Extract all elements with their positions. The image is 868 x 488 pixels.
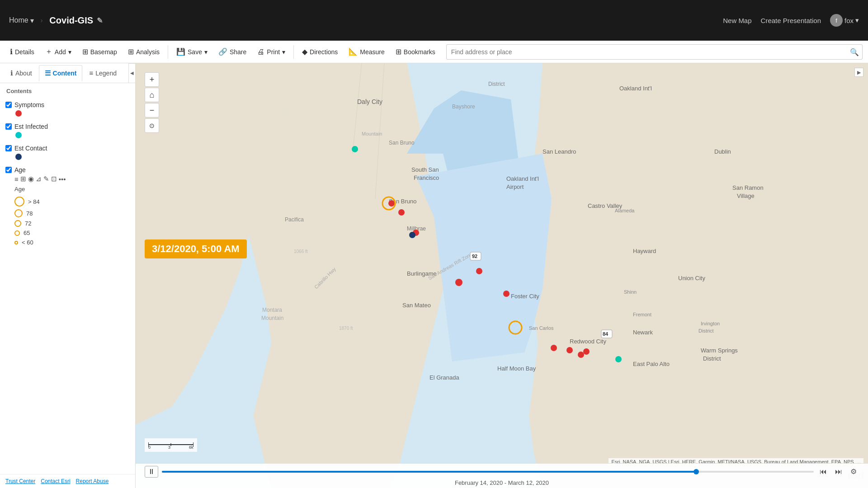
est-contact-checkbox[interactable] [5,145,12,151]
save-chevron: ▾ [204,48,208,56]
est-contact-label[interactable]: Est Contact [14,145,47,152]
map-collapse-right-button[interactable]: ▶ [854,68,863,77]
svg-text:El Granada: El Granada [429,374,460,381]
symptoms-checkbox[interactable] [5,102,12,108]
age-tool-chart-icon[interactable]: ◉ [28,175,34,183]
est-infected-checkbox[interactable] [5,123,12,130]
svg-text:Francisco: Francisco [414,174,439,181]
tab-content[interactable]: ☰ Content [39,65,83,81]
share-button[interactable]: 🔗 Share [214,45,251,58]
contact-dot [15,154,22,160]
svg-point-53 [476,268,482,274]
zoom-in-button[interactable]: + [145,72,159,87]
share-icon: 🔗 [218,47,227,56]
svg-text:District: District [703,355,721,362]
scale-bar: 0 3 6km [145,438,197,452]
age-legend-item-65: 65 [14,228,130,238]
timeline-handle[interactable] [693,469,699,474]
zoom-out-button[interactable]: − [145,103,159,117]
svg-text:92: 92 [472,253,477,259]
measure-button[interactable]: 📐 Measure [344,45,389,58]
add-button[interactable]: ＋ Add ▾ [41,45,76,59]
user-menu[interactable]: f fox ▾ [830,14,859,27]
create-presentation-button[interactable]: Create Presentation [761,17,821,24]
home-label: Home [9,16,28,24]
svg-text:0: 0 [148,445,151,449]
tab-legend[interactable]: ≡ Legend [83,65,122,81]
est-infected-label[interactable]: Est Infected [14,123,48,130]
analysis-icon: ⊞ [128,47,134,56]
svg-point-60 [615,356,622,362]
bookmarks-button[interactable]: ⊞ Bookmarks [391,45,440,58]
contact-esri-link[interactable]: Contact Esri [41,478,70,484]
svg-text:Pacifica: Pacifica [285,216,304,223]
report-abuse-link[interactable]: Report Abuse [76,478,109,484]
analysis-button[interactable]: ⊞ Analysis [123,45,164,58]
timeline-prev-button[interactable]: ⏮ [817,467,829,477]
age-circle-72 [14,220,21,227]
age-tool-filter-icon[interactable]: ⊿ [36,175,42,183]
age-checkbox[interactable] [5,167,12,173]
svg-point-56 [566,347,573,353]
tab-about[interactable]: ℹ About [5,65,38,81]
panel-collapse-button[interactable]: ◀ [128,63,136,83]
svg-text:Alameda: Alameda [615,208,635,213]
new-map-button[interactable]: New Map [723,17,751,24]
home-button[interactable]: ⌂ [145,88,159,102]
age-tools: ≡ ⊞ ◉ ⊿ ✎ ⊡ ••• [5,174,130,184]
svg-text:Hayward: Hayward [633,248,656,254]
svg-text:Union City: Union City [678,275,705,282]
age-tool-table-icon[interactable]: ⊡ [51,175,57,183]
edit-icon[interactable]: ✎ [97,16,103,25]
age-label-65: 65 [24,230,30,236]
svg-text:6km: 6km [189,445,193,449]
age-circle-65 [14,230,20,236]
svg-text:Shinn: Shinn [624,289,637,295]
age-tool-list-icon[interactable]: ≡ [14,175,19,183]
separator-1 [168,45,168,59]
timeline-next-button[interactable]: ⏭ [833,467,844,477]
age-tool-more-icon[interactable]: ••• [59,175,66,183]
age-label-84: > 84 [28,198,40,205]
timeline-track[interactable] [162,471,814,473]
print-button[interactable]: 🖨 Print ▾ [253,46,290,58]
timeline-controls: ⏸ ⏮ ⏭ ⚙ [145,466,859,478]
timestamp-overlay: 3/12/2020, 5:00 AM [145,239,247,258]
contact-icon-row [5,152,130,162]
age-legend-item-84: > 84 [14,195,130,208]
user-avatar: f [830,14,843,27]
timeline-pause-button[interactable]: ⏸ [145,466,158,478]
timeline-settings-button[interactable]: ⚙ [848,466,859,477]
home-link[interactable]: Home ▾ [9,16,34,25]
search-button[interactable]: 🔍 [850,47,859,56]
svg-text:Newark: Newark [633,329,653,336]
search-input[interactable] [446,44,863,60]
user-chevron: ▾ [855,16,859,24]
home-chevron: ▾ [30,16,34,25]
search-area: 🔍 [446,44,863,60]
basemap-button[interactable]: ⊞ Basemap [78,45,122,58]
save-icon: 💾 [176,47,185,56]
age-label[interactable]: Age [14,166,26,174]
timeline-label: February 14, 2020 - March 12, 2020 [455,479,549,486]
age-legend-item-78: 78 [14,208,130,219]
contents-label: Contents [0,83,135,97]
age-tool-grid-icon[interactable]: ⊞ [20,175,26,183]
age-circle-84 [14,197,24,206]
map-area[interactable]: Daly City San Bruno Mountain South San F… [136,63,868,488]
age-tool-edit-icon[interactable]: ✎ [43,175,49,183]
svg-text:East Palo Alto: East Palo Alto [633,361,670,367]
trust-center-link[interactable]: Trust Center [5,478,35,484]
svg-text:District: District [698,328,714,333]
details-button[interactable]: ℹ Details [5,45,39,58]
symptoms-label[interactable]: Symptoms [14,101,44,108]
map-background: Daly City San Bruno Mountain South San F… [136,63,868,488]
save-button[interactable]: 💾 Save ▾ [172,45,212,58]
svg-point-61 [409,232,415,238]
locate-button[interactable]: ⊙ [145,118,159,133]
svg-point-52 [455,279,462,286]
age-legend: > 84 78 72 65 [5,193,130,249]
directions-button[interactable]: ◆ Directions [297,45,342,58]
layer-header-contact: Est Contact [5,145,130,152]
layer-list: Symptoms Est Infected [0,97,135,474]
